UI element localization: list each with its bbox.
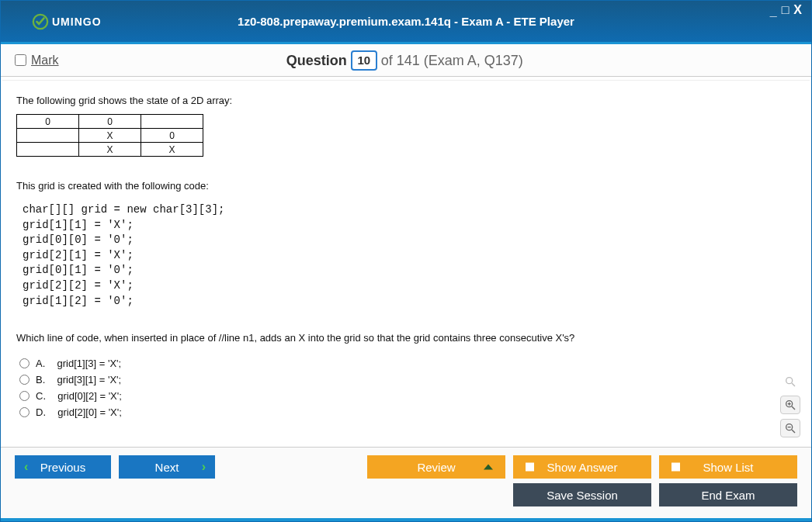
app-logo: UMINGO — [32, 13, 102, 30]
triangle-up-icon — [484, 465, 493, 470]
square-icon — [526, 463, 534, 472]
svg-line-8 — [792, 430, 795, 433]
zoom-tools — [780, 372, 800, 437]
window-title: 1z0-808.prepaway.premium.exam.141q - Exa… — [238, 15, 574, 28]
logo-text: UMINGO — [52, 16, 102, 28]
option-d[interactable]: D. grid[2][0] = 'X'; — [19, 406, 796, 418]
question-content: The following grid shows the state of a … — [2, 80, 810, 445]
intro-text-2: This grid is created with the following … — [16, 180, 796, 192]
radio-b[interactable] — [19, 375, 29, 385]
save-session-button[interactable]: Save Session — [513, 483, 651, 506]
radio-d[interactable] — [19, 407, 29, 417]
option-c[interactable]: C. grid[0][2] = 'X'; — [19, 390, 796, 402]
question-total: of 141 (Exam A, Q137) — [381, 52, 523, 67]
mark-label[interactable]: Mark — [31, 54, 59, 67]
answer-options: A. grid[1][3] = 'X'; B. grid[3][1] = 'X'… — [19, 358, 796, 418]
show-answer-button[interactable]: Show Answer — [513, 455, 651, 479]
option-a[interactable]: A. grid[1][3] = 'X'; — [19, 358, 796, 369]
radio-c[interactable] — [19, 391, 29, 401]
chevron-right-icon: › — [202, 460, 206, 474]
question-word: Question — [286, 52, 347, 67]
next-button[interactable]: Next › — [119, 455, 215, 479]
checkmark-icon — [32, 13, 49, 30]
intro-text-1: The following grid shows the state of a … — [16, 95, 796, 106]
question-number-input[interactable] — [351, 50, 377, 71]
radio-a[interactable] — [19, 358, 29, 368]
chevron-left-icon: ‹ — [24, 460, 28, 474]
review-button[interactable]: Review — [367, 455, 505, 479]
code-block: char[][] grid = new char[3][3]; grid[1][… — [23, 202, 796, 309]
array-grid-table: 00 X0 XX — [16, 114, 203, 157]
svg-line-4 — [792, 406, 795, 410]
option-b[interactable]: B. grid[3][1] = 'X'; — [19, 374, 796, 385]
bottom-accent — [1, 518, 811, 521]
svg-line-2 — [792, 383, 795, 386]
show-list-button[interactable]: Show List — [659, 455, 797, 479]
maximize-button[interactable]: □ — [782, 4, 789, 16]
footer: ‹ Previous Next › Review Show Answer Sho… — [1, 447, 811, 521]
zoom-out-icon[interactable] — [780, 419, 800, 437]
question-prompt: Which line of code, when inserted in pla… — [16, 332, 796, 344]
close-button[interactable]: X — [793, 4, 802, 16]
previous-button[interactable]: ‹ Previous — [15, 455, 111, 479]
zoom-in-icon[interactable] — [780, 396, 800, 414]
title-bar: UMINGO 1z0-808.prepaway.premium.exam.141… — [1, 1, 811, 44]
mark-checkbox[interactable] — [15, 54, 26, 66]
question-header: Mark Question of 141 (Exam A, Q137) — [1, 44, 811, 77]
square-icon — [671, 463, 680, 472]
end-exam-button[interactable]: End Exam — [659, 483, 797, 506]
minimize-button[interactable]: _ — [770, 5, 777, 18]
search-icon[interactable] — [780, 372, 800, 391]
svg-point-1 — [786, 378, 793, 384]
